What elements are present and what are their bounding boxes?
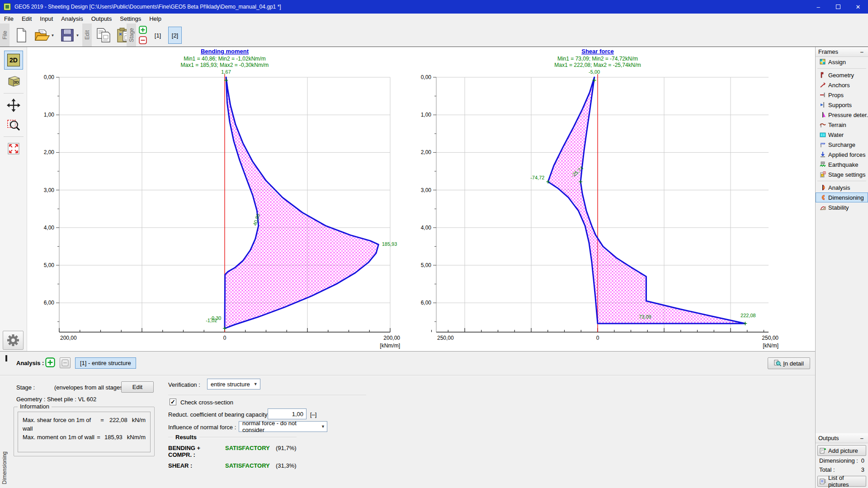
list-of-pictures-button[interactable]: List of pictures: [817, 476, 866, 487]
frames-item-geometry[interactable]: Geometry: [816, 70, 868, 80]
frames-item-pressure-deter[interactable]: Pressure deter.: [816, 110, 868, 120]
frames-item-supports[interactable]: Supports: [816, 100, 868, 110]
menu-item-analysis[interactable]: Analysis: [57, 14, 87, 23]
outputs-counters: Dimensioning :0Total :3: [816, 456, 868, 474]
frames-item-analysis[interactable]: Analysis: [816, 183, 868, 192]
results-legend: Results: [175, 434, 197, 441]
view-3d-button[interactable]: 3D: [4, 71, 23, 90]
save-icon: [60, 28, 75, 42]
open-folder-icon: [34, 28, 50, 42]
influence-select[interactable]: normal force - do not consider ▼: [239, 421, 327, 432]
outputs-row: Total :3: [816, 465, 868, 474]
svg-text:Min1 = 40,86; Min2 = -1,02kNm/: Min1 = 40,86; Min2 = -1,02kNm/m: [184, 56, 265, 62]
maximize-button[interactable]: [828, 0, 848, 14]
water-icon: [820, 131, 826, 138]
frames-item-applied-forces[interactable]: Applied forces: [816, 150, 868, 160]
open-dropdown-arrow[interactable]: ▼: [51, 33, 55, 38]
svg-text:-5,00: -5,00: [589, 69, 600, 75]
panel-collapse-handle[interactable]: [5, 355, 7, 361]
close-button[interactable]: ✕: [848, 0, 868, 14]
save-file-button[interactable]: ▼: [58, 26, 81, 45]
menu-item-outputs[interactable]: Outputs: [87, 14, 116, 23]
add-analysis-button[interactable]: [45, 357, 55, 369]
svg-text:Max1 = 222,08; Max2 = -25,74kN: Max1 = 222,08; Max2 = -25,74kN/m: [554, 62, 641, 68]
frames-item-anchors[interactable]: Anchors: [816, 80, 868, 90]
terrain-icon: [820, 122, 826, 128]
assign-icon: [820, 59, 826, 65]
analysis-icon: [820, 184, 826, 191]
outputs-minimize-button[interactable]: –: [859, 435, 865, 441]
frames-item-water[interactable]: Water: [816, 130, 868, 140]
check-cross-section-checkbox[interactable]: ✓: [170, 399, 176, 405]
view-2d-button[interactable]: 2D: [4, 51, 23, 70]
add-picture-icon: [820, 447, 826, 454]
toolbar-separator: [4, 93, 24, 94]
frames-item-surcharge[interactable]: Surcharge: [816, 140, 868, 150]
app-icon: [4, 3, 11, 10]
drawing-canvas[interactable]: 0,001,002,003,004,005,006,00200,000200,0…: [27, 47, 815, 351]
verification-separator: [168, 395, 366, 396]
menu-item-file[interactable]: File: [0, 14, 18, 23]
stage-button-2[interactable]: [2]: [168, 27, 182, 44]
in-detail-button[interactable]: In detail: [768, 357, 810, 369]
list-of-pictures-label: List of pictures: [828, 474, 864, 488]
add-stage-button[interactable]: [138, 25, 147, 34]
analysis-tab[interactable]: [1] - entire structure: [75, 357, 136, 369]
fit-view-icon: [6, 141, 21, 156]
svg-text:250,00: 250,00: [762, 335, 778, 341]
verification-value: entire structure: [211, 381, 250, 388]
file-group-label: File: [2, 31, 8, 39]
panel-separator: [0, 375, 815, 376]
frames-item-props[interactable]: Props: [816, 90, 868, 100]
remove-analysis-button[interactable]: [60, 357, 71, 368]
frames-item-earthquake[interactable]: Earthquake: [816, 160, 868, 169]
menu-item-edit[interactable]: Edit: [18, 14, 36, 23]
zoom-fit-button[interactable]: [4, 139, 23, 158]
svg-text:2,00: 2,00: [421, 149, 432, 155]
svg-text:73,09: 73,09: [639, 314, 651, 319]
frames-minimize-button[interactable]: –: [859, 48, 865, 55]
geometry-summary: Geometry : Sheet pile : VL 602: [16, 396, 96, 403]
reduct-unit: [–]: [310, 411, 316, 418]
svg-text:222,08: 222,08: [741, 313, 756, 318]
zoom-selection-icon: [6, 118, 21, 132]
verification-select[interactable]: entire structure ▼: [207, 379, 260, 389]
frames-item-dimensioning[interactable]: Dimensioning: [816, 192, 868, 202]
envelope-charts: 0,001,002,003,004,005,006,00200,000200,0…: [27, 47, 815, 351]
minimize-button[interactable]: –: [808, 0, 828, 14]
chevron-down-icon: ▼: [254, 382, 258, 386]
title-bar: GEO5 2019 - Sheeting Design [C:\Users\Pu…: [0, 0, 868, 14]
svg-text:5,00: 5,00: [421, 262, 432, 268]
mode-side-label: Dimensioning: [1, 451, 8, 484]
plus-icon: [45, 357, 55, 367]
stage-group-label: Stage: [128, 28, 135, 42]
pan-button[interactable]: [4, 96, 23, 115]
2d-icon: 2D: [7, 54, 20, 66]
open-file-button[interactable]: ▼: [33, 26, 56, 45]
menu-item-input[interactable]: Input: [36, 14, 57, 23]
zoom-window-button[interactable]: [4, 116, 23, 135]
in-detail-icon: [774, 360, 781, 367]
save-dropdown-arrow[interactable]: ▼: [76, 33, 80, 38]
remove-stage-button[interactable]: [138, 36, 147, 45]
verification-label: Verification :: [168, 381, 200, 388]
frames-item-terrain[interactable]: Terrain: [816, 120, 868, 130]
stage-button-1[interactable]: [1]: [151, 27, 165, 44]
frames-panel-header: Frames –: [816, 47, 868, 57]
svg-text:250,00: 250,00: [437, 335, 454, 341]
frames-item-stability[interactable]: Stability: [816, 202, 868, 212]
edit-stage-button[interactable]: Edit: [121, 381, 154, 393]
copy-button[interactable]: [94, 26, 114, 45]
add-picture-button[interactable]: Add picture: [817, 445, 866, 456]
new-file-icon: [14, 28, 28, 43]
frames-item-stage-settings[interactable]: 2Stage settings: [816, 169, 868, 179]
new-file-button[interactable]: [13, 26, 30, 45]
stage-value: (envelopes from all stages): [54, 384, 125, 391]
earthquake-icon: [820, 161, 826, 168]
menu-item-settings[interactable]: Settings: [116, 14, 145, 23]
menu-item-help[interactable]: Help: [145, 14, 165, 23]
reduct-coefficient-input[interactable]: 1,00: [268, 408, 307, 419]
frames-item-assign[interactable]: Assign: [816, 57, 868, 67]
settings-gear-button[interactable]: [3, 331, 24, 350]
shear-force-chart: 0,001,002,003,004,005,006,00250,000250,0…: [421, 48, 779, 349]
